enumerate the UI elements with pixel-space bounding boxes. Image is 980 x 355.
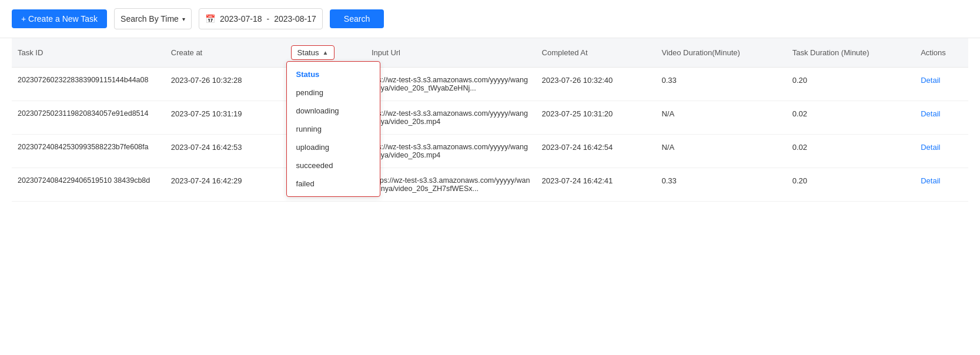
cell-input-url: tps://wz-test-s3.s3.amazonaws.com/yyyyy/… xyxy=(366,68,536,101)
date-end: 2023-08-17 xyxy=(274,14,316,24)
task-table: Task ID Create at Status ▲ Status pendin… xyxy=(12,38,968,202)
th-task-id: Task ID xyxy=(12,38,165,68)
table-header-row: Task ID Create at Status ▲ Status pendin… xyxy=(12,38,968,68)
create-task-button[interactable]: + Create a New Task xyxy=(12,9,107,28)
table-row: 20230726023228383909115144b44a08 2023-07… xyxy=(12,68,968,101)
cell-task-id: 20230726023228383909115144b44a08 xyxy=(12,68,165,101)
cell-completed-at: 2023-07-26 10:32:40 xyxy=(536,68,656,101)
status-filter-button[interactable]: Status ▲ xyxy=(291,45,335,60)
calendar-icon: 📅 xyxy=(205,14,215,24)
status-option-status[interactable]: Status xyxy=(287,65,380,83)
task-table-container: Task ID Create at Status ▲ Status pendin… xyxy=(0,38,980,202)
th-video-duration: Video Duration(Minute) xyxy=(655,38,786,68)
status-option-uploading[interactable]: uploading xyxy=(287,138,380,156)
cell-task-id: 20230725023119820834057e91ed8514 xyxy=(12,101,165,135)
search-by-time-dropdown[interactable]: Search By Time ▾ xyxy=(114,8,192,29)
chevron-down-icon: ▾ xyxy=(182,16,185,22)
cell-video-duration: 0.33 xyxy=(655,168,786,202)
toolbar: + Create a New Task Search By Time ▾ 📅 2… xyxy=(0,0,980,38)
cell-actions: Detail xyxy=(915,68,968,101)
cell-create-at: 2023-07-24 16:42:29 xyxy=(165,168,285,202)
cell-input-url: tps://wz-test-s3.s3.amazonaws.com/yyyyy/… xyxy=(366,135,536,168)
th-create-at: Create at xyxy=(165,38,285,68)
cell-actions: Detail xyxy=(915,101,968,135)
cell-video-duration: N/A xyxy=(655,101,786,135)
detail-link[interactable]: Detail xyxy=(921,176,940,185)
table-row: 20230725023119820834057e91ed8514 2023-07… xyxy=(12,101,968,135)
cell-completed-at: 2023-07-25 10:31:20 xyxy=(536,101,656,135)
th-completed-at: Completed At xyxy=(536,38,656,68)
detail-link[interactable]: Detail xyxy=(921,109,940,118)
cell-task-id: 20230724084229406519510 38439cb8d xyxy=(12,168,165,202)
th-input-url: Input Url xyxy=(366,38,536,68)
date-start: 2023-07-18 xyxy=(220,14,262,24)
cell-input-url: tps://wz-test-s3.s3.amazonaws.com/yyyyy/… xyxy=(366,101,536,135)
cell-task-duration: 0.20 xyxy=(787,168,915,202)
cell-input-url: https://wz-test-s3.s3.amazonaws.com/yyyy… xyxy=(366,168,536,202)
date-range-picker[interactable]: 📅 2023-07-18 - 2023-08-17 xyxy=(199,8,323,29)
cell-create-at: 2023-07-26 10:32:28 xyxy=(165,68,285,101)
cell-task-duration: 0.02 xyxy=(787,101,915,135)
status-option-downloading[interactable]: downloading xyxy=(287,102,380,120)
search-button[interactable]: Search xyxy=(330,9,384,28)
status-option-failed[interactable]: failed xyxy=(287,175,380,193)
table-row: 202307240842530993588223b7fe608fa 2023-0… xyxy=(12,135,968,168)
cell-video-duration: N/A xyxy=(655,135,786,168)
cell-video-duration: 0.33 xyxy=(655,68,786,101)
cell-completed-at: 2023-07-24 16:42:41 xyxy=(536,168,656,202)
cell-task-duration: 0.20 xyxy=(787,68,915,101)
th-task-duration: Task Duration (Minute) xyxy=(787,38,915,68)
status-filter-label: Status xyxy=(297,48,319,57)
search-by-time-label: Search By Time xyxy=(121,14,179,24)
cell-actions: Detail xyxy=(915,168,968,202)
cell-completed-at: 2023-07-24 16:42:54 xyxy=(536,135,656,168)
status-option-succeeded[interactable]: succeeded xyxy=(287,156,380,175)
up-arrow-icon: ▲ xyxy=(322,49,328,56)
table-body: 20230726023228383909115144b44a08 2023-07… xyxy=(12,68,968,202)
cell-task-id: 202307240842530993588223b7fe608fa xyxy=(12,135,165,168)
th-actions: Actions xyxy=(915,38,968,68)
cell-create-at: 2023-07-24 16:42:53 xyxy=(165,135,285,168)
detail-link[interactable]: Detail xyxy=(921,76,940,85)
table-row: 20230724084229406519510 38439cb8d 2023-0… xyxy=(12,168,968,202)
cell-create-at: 2023-07-25 10:31:19 xyxy=(165,101,285,135)
status-filter-container: Status ▲ Status pending downloading runn… xyxy=(291,45,335,60)
status-option-running[interactable]: running xyxy=(287,120,380,138)
th-status: Status ▲ Status pending downloading runn… xyxy=(285,38,366,68)
status-dropdown: Status pending downloading running uploa… xyxy=(286,61,380,197)
cell-actions: Detail xyxy=(915,135,968,168)
date-separator: - xyxy=(267,14,270,24)
cell-task-duration: 0.02 xyxy=(787,135,915,168)
status-option-pending[interactable]: pending xyxy=(287,83,380,102)
detail-link[interactable]: Detail xyxy=(921,143,940,152)
